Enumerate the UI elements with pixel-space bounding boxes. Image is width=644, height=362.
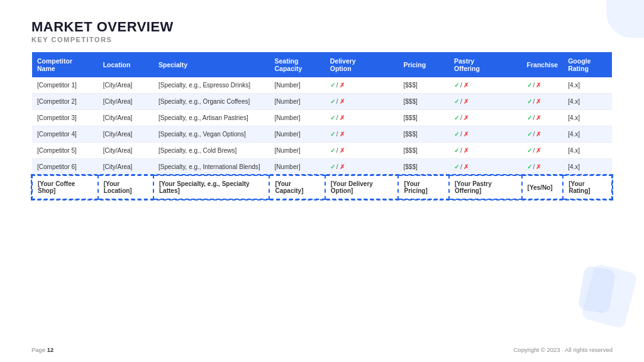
check-symbol: ✓ xyxy=(330,82,335,89)
table-cell: [Competitor 6] xyxy=(32,159,98,176)
highlight-cell: [Your Specialty, e.g., Specialty Lattes] xyxy=(153,175,269,199)
table-cell: ✓ / ✗ xyxy=(449,94,522,110)
footer-page: Page 12 xyxy=(31,346,53,353)
cross-symbol: ✗ xyxy=(340,114,345,121)
slash-symbol: / xyxy=(533,131,535,138)
cross-symbol: ✗ xyxy=(536,98,541,105)
page-subtitle: KEY COMPETITORS xyxy=(31,36,613,43)
slash-symbol: / xyxy=(336,163,338,170)
col-header-delivery: DeliveryOption xyxy=(325,52,399,77)
col-header-pricing: Pricing xyxy=(398,52,449,77)
table-cell: ✓ / ✗ xyxy=(522,159,564,176)
table-cell: [Number] xyxy=(269,94,325,110)
table-cell: [$$$] xyxy=(398,94,449,110)
cross-symbol: ✗ xyxy=(464,131,469,138)
slash-symbol: / xyxy=(336,114,338,121)
cross-symbol: ✗ xyxy=(536,114,541,121)
check-symbol: ✓ xyxy=(527,82,532,89)
table-cell: [Competitor 5] xyxy=(32,143,98,159)
table-cell: [Specialty, e.g., Organic Coffees] xyxy=(153,94,269,110)
table-cell: ✓ / ✗ xyxy=(325,77,399,94)
cross-symbol: ✗ xyxy=(340,131,345,138)
table-header-row: CompetitorName Location Specialty Seatin… xyxy=(32,52,612,77)
slash-symbol: / xyxy=(533,114,535,121)
cross-symbol: ✗ xyxy=(536,131,541,138)
highlight-cell: [Your Pricing] xyxy=(398,175,449,199)
table-row: [Competitor 5][City/Area][Specialty, e.g… xyxy=(32,143,612,159)
table-cell: [City/Area] xyxy=(98,126,153,143)
table-cell: [$$$] xyxy=(398,159,449,176)
table-cell: [4.x] xyxy=(563,143,612,159)
check-symbol: ✓ xyxy=(454,98,459,105)
table-cell: ✓ / ✗ xyxy=(325,126,399,143)
slash-symbol: / xyxy=(336,147,338,154)
slash-symbol: / xyxy=(336,131,338,138)
check-x-cell: ✓ / ✗ xyxy=(454,114,469,121)
check-symbol: ✓ xyxy=(527,163,532,170)
highlight-cell: [Your Rating] xyxy=(563,175,612,199)
slash-symbol: / xyxy=(460,98,462,105)
table-cell: [Number] xyxy=(269,110,325,126)
cross-symbol: ✗ xyxy=(536,163,541,170)
col-header-rating: GoogleRating xyxy=(563,52,612,77)
check-x-cell: ✓ / ✗ xyxy=(527,98,541,105)
table-cell: [Number] xyxy=(269,159,325,176)
table-cell: ✓ / ✗ xyxy=(325,143,399,159)
check-symbol: ✓ xyxy=(454,131,459,138)
table-cell: ✓ / ✗ xyxy=(449,159,522,176)
table-cell: ✓ / ✗ xyxy=(522,143,564,159)
table-cell: [Number] xyxy=(269,126,325,143)
check-x-cell: ✓ / ✗ xyxy=(330,114,345,121)
table-cell: [$$$] xyxy=(398,77,449,94)
slash-symbol: / xyxy=(460,131,462,138)
table-cell: [City/Area] xyxy=(98,94,153,110)
highlight-cell: [Your Coffee Shop] xyxy=(32,175,98,199)
col-header-pastry: PastryOffering xyxy=(449,52,522,77)
check-symbol: ✓ xyxy=(454,163,459,170)
check-symbol: ✓ xyxy=(330,163,335,170)
cross-symbol: ✗ xyxy=(340,163,345,170)
check-symbol: ✓ xyxy=(454,114,459,121)
col-header-location: Location xyxy=(98,52,153,77)
table-cell: [Number] xyxy=(269,143,325,159)
table-cell: [Competitor 1] xyxy=(32,77,98,94)
table-cell: [Specialty, e.g., Cold Brews] xyxy=(153,143,269,159)
table-cell: ✓ / ✗ xyxy=(522,126,564,143)
check-x-cell: ✓ / ✗ xyxy=(454,147,469,154)
table-cell: [$$$] xyxy=(398,143,449,159)
cross-symbol: ✗ xyxy=(464,163,469,170)
table-cell: [Specialty, e.g., International Blends] xyxy=(153,159,269,176)
table-cell: [4.x] xyxy=(563,110,612,126)
col-header-seating: SeatingCapacity xyxy=(269,52,325,77)
highlight-row: [Your Coffee Shop][Your Location][Your S… xyxy=(32,175,612,199)
slash-symbol: / xyxy=(336,98,338,105)
check-x-cell: ✓ / ✗ xyxy=(330,163,345,170)
slash-symbol: / xyxy=(533,98,535,105)
page-container: MARKET OVERVIEW KEY COMPETITORS Competit… xyxy=(0,0,644,362)
table-cell: [City/Area] xyxy=(98,77,153,94)
table-cell: [City/Area] xyxy=(98,110,153,126)
table-cell: [4.x] xyxy=(563,126,612,143)
table-cell: [4.x] xyxy=(563,159,612,176)
check-x-cell: ✓ / ✗ xyxy=(454,163,469,170)
check-symbol: ✓ xyxy=(330,98,335,105)
check-symbol: ✓ xyxy=(527,98,532,105)
table-cell: [Competitor 2] xyxy=(32,94,98,110)
table-cell: ✓ / ✗ xyxy=(325,110,399,126)
table-row: [Competitor 3][City/Area][Specialty, e.g… xyxy=(32,110,612,126)
table-cell: ✓ / ✗ xyxy=(449,143,522,159)
check-x-cell: ✓ / ✗ xyxy=(330,131,345,138)
footer-copyright: Copyright © 2023 · All rights reserved xyxy=(514,346,613,353)
table-cell: [4.x] xyxy=(563,77,612,94)
table-cell: ✓ / ✗ xyxy=(449,126,522,143)
check-x-cell: ✓ / ✗ xyxy=(527,82,541,89)
check-x-cell: ✓ / ✗ xyxy=(527,147,541,154)
table-cell: [$$$] xyxy=(398,110,449,126)
table-cell: [Specialty, e.g., Vegan Options] xyxy=(153,126,269,143)
check-x-cell: ✓ / ✗ xyxy=(527,163,541,170)
header: MARKET OVERVIEW KEY COMPETITORS xyxy=(31,19,613,43)
table-row: [Competitor 2][City/Area][Specialty, e.g… xyxy=(32,94,612,110)
slash-symbol: / xyxy=(460,147,462,154)
check-symbol: ✓ xyxy=(527,114,532,121)
table-cell: [4.x] xyxy=(563,94,612,110)
